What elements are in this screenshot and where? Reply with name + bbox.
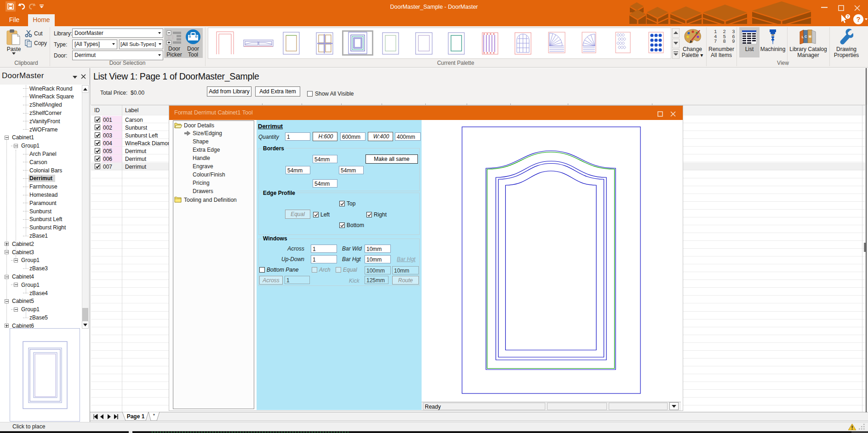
svg-text:L: L	[802, 35, 804, 39]
svg-text:Page 1: Page 1	[127, 413, 145, 420]
svg-text:*: *	[153, 413, 155, 418]
svg-text:C: C	[805, 35, 807, 38]
svg-text:M: M	[809, 35, 811, 38]
svg-text:?: ?	[856, 15, 860, 23]
svg-text:?: ?	[846, 14, 849, 19]
